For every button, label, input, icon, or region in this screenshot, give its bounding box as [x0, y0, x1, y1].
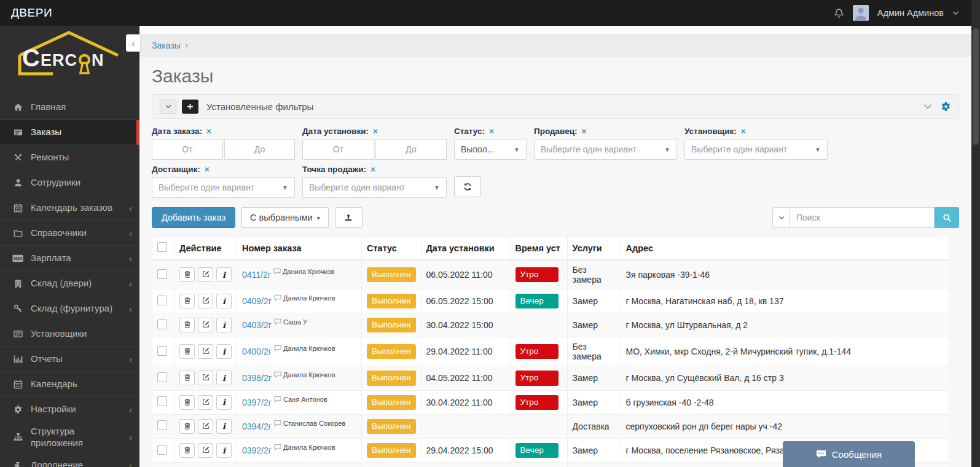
sidebar-item-gear[interactable]: Настройки‹	[0, 397, 139, 422]
delete-button[interactable]	[179, 371, 195, 385]
scrollbar-thumb[interactable]	[973, 28, 979, 145]
sidebar-item-building[interactable]: Склад (двери)‹	[0, 271, 139, 296]
status-select[interactable]: Выпол...▼	[454, 139, 527, 160]
clear-filter-icon[interactable]: ✕	[488, 127, 495, 136]
messages-button[interactable]: Сообщения	[783, 441, 915, 467]
refresh-button[interactable]	[454, 176, 480, 197]
search-scope-dropdown[interactable]	[772, 207, 790, 228]
clear-filter-icon[interactable]: ✕	[372, 127, 378, 136]
delete-button[interactable]	[179, 267, 195, 282]
sidebar-item-home[interactable]: Главная	[0, 95, 139, 120]
sidebar-item-key[interactable]: Склад (фурнитура)‹	[0, 296, 139, 321]
info-button[interactable]: i	[216, 443, 232, 458]
info-icon: i	[222, 321, 225, 330]
avatar[interactable]	[853, 5, 869, 21]
sidebar-item-calendar[interactable]: Календарь заказов‹	[0, 195, 139, 221]
status-cell: Выполнен	[362, 260, 421, 289]
order-number-link[interactable]: 0400/2г	[242, 347, 272, 356]
install-date-cell: 30.04.2022 11:00	[421, 390, 510, 414]
edit-button[interactable]	[198, 443, 213, 458]
edit-button[interactable]	[198, 419, 213, 434]
sidebar-item-folder[interactable]: Справочники‹	[0, 221, 139, 246]
delete-button[interactable]	[179, 395, 195, 410]
filter-settings-gear-icon[interactable]	[941, 101, 951, 112]
breadcrumb-link-orders[interactable]: Заказы	[152, 41, 181, 50]
delete-button[interactable]	[179, 294, 195, 308]
order-number-link[interactable]: 0403/2г	[242, 320, 272, 330]
sidebar-item-tools[interactable]: Ремонты	[0, 145, 139, 170]
add-order-button[interactable]: Добавить заказ	[152, 207, 235, 228]
order-number-link[interactable]: 0394/2г	[242, 422, 272, 431]
chevron-down-icon[interactable]	[952, 11, 959, 15]
order-number-link[interactable]: 0392/2г	[242, 445, 272, 455]
clear-filter-icon[interactable]: ✕	[581, 127, 587, 136]
filter-panel-chevron-icon[interactable]	[923, 104, 932, 109]
info-button[interactable]: i	[216, 344, 232, 359]
sidebar-item-calendar[interactable]: Календарь	[0, 372, 139, 397]
sales-point-select[interactable]: Выберите один вариант▼	[302, 177, 447, 198]
with-selected-dropdown[interactable]: С выбранными▾	[241, 207, 329, 228]
delete-button[interactable]	[179, 443, 195, 458]
order-date-to-input[interactable]	[224, 139, 295, 160]
comment-author: Саня Антонов	[283, 396, 327, 403]
edit-button[interactable]	[198, 294, 213, 308]
row-checkbox[interactable]	[157, 420, 167, 430]
delete-button[interactable]	[179, 419, 195, 434]
filter-collapse-button[interactable]	[160, 100, 176, 114]
edit-button[interactable]	[198, 344, 213, 359]
row-checkbox[interactable]	[157, 445, 167, 455]
delete-button[interactable]	[179, 318, 195, 332]
edit-button[interactable]	[198, 395, 213, 410]
sidebar-item-puzzle[interactable]: Дополнение‹	[0, 453, 139, 467]
order-number-cell: 0400/2гДанила Крючков	[237, 337, 362, 366]
clear-filter-icon[interactable]: ✕	[370, 165, 376, 174]
row-checkbox[interactable]	[157, 296, 167, 305]
order-number-link[interactable]: 0398/2г	[242, 373, 272, 383]
installer-select[interactable]: Выберите один вариант▼	[684, 139, 828, 160]
page-scrollbar[interactable]	[971, 0, 980, 467]
export-button[interactable]	[335, 207, 363, 228]
sidebar-item-user[interactable]: Сотрудники	[0, 170, 139, 195]
sidebar-item-chart[interactable]: Отчеты‹	[0, 347, 139, 372]
install-date-cell: 29.04.2022 11:00	[421, 463, 510, 467]
comment-author: Данила Крючков	[283, 345, 335, 352]
order-number-link[interactable]: 0397/2г	[242, 398, 272, 407]
seller-select[interactable]: Выберите один вариант▼	[534, 139, 677, 160]
select-all-checkbox[interactable]	[157, 242, 167, 252]
row-checkbox[interactable]	[157, 269, 167, 279]
info-button[interactable]: i	[216, 318, 232, 332]
delete-button[interactable]	[179, 344, 195, 359]
info-button[interactable]: i	[216, 395, 232, 410]
install-date-to-input[interactable]	[375, 139, 447, 160]
sidebar-item-sitemap[interactable]: Структура приложения‹	[0, 422, 139, 453]
order-number-link[interactable]: 0411/2г	[242, 270, 271, 280]
search-input[interactable]	[790, 207, 935, 228]
info-button[interactable]: i	[216, 267, 232, 282]
edit-button[interactable]	[198, 371, 213, 385]
filter-add-button[interactable]	[182, 100, 198, 114]
row-checkbox[interactable]	[157, 346, 167, 356]
info-button[interactable]: i	[216, 294, 232, 308]
info-button[interactable]: i	[216, 419, 232, 434]
row-checkbox[interactable]	[157, 320, 167, 329]
sidebar-item-visa[interactable]: VISAЗарплата‹	[0, 246, 139, 271]
sidebar-item-list[interactable]: Установщики	[0, 321, 139, 347]
order-comment: Станислав Сокорев	[274, 418, 345, 428]
clear-filter-icon[interactable]: ✕	[206, 127, 212, 136]
install-date-from-input[interactable]	[302, 139, 374, 160]
sidebar-collapse-button[interactable]: ‹	[126, 34, 140, 52]
search-button[interactable]	[935, 207, 959, 228]
clear-filter-icon[interactable]: ✕	[740, 127, 747, 136]
order-date-from-input[interactable]	[152, 139, 223, 160]
notifications-bell-icon[interactable]	[834, 8, 844, 18]
edit-button[interactable]	[198, 267, 213, 282]
info-button[interactable]: i	[216, 371, 232, 385]
row-checkbox[interactable]	[157, 372, 167, 382]
user-menu[interactable]: Админ Админов	[877, 8, 944, 18]
order-number-link[interactable]: 0409/2г	[242, 296, 272, 306]
edit-button[interactable]	[198, 318, 213, 332]
clear-filter-icon[interactable]: ✕	[204, 165, 210, 174]
sidebar-item-orders[interactable]: Заказы	[0, 120, 139, 145]
row-checkbox[interactable]	[157, 396, 167, 406]
deliverer-select[interactable]: Выберите один вариант▼	[152, 177, 295, 198]
